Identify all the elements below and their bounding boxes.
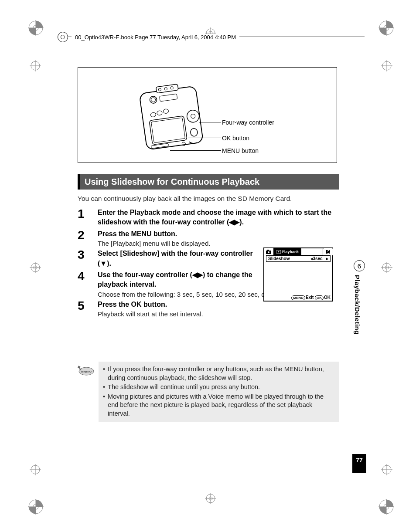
- step-number: 5: [78, 300, 98, 312]
- lcd-tab-setup: [323, 247, 333, 255]
- cross-tl2: [30, 60, 41, 71]
- lcd-tab-camera: [263, 247, 274, 255]
- side-tab: 6 Playback/Deleting: [354, 260, 365, 335]
- svg-marker-66: [278, 251, 280, 253]
- lcd-tab-playback: Playback: [274, 247, 301, 255]
- step-2: 2 Press the MENU button. The [Playback] …: [78, 229, 339, 247]
- camera-icon: [266, 250, 271, 254]
- cross-br2: [381, 464, 392, 475]
- section-heading: Using Slideshow for Continuous Playback: [78, 174, 339, 190]
- cross-bot: [205, 493, 216, 504]
- ok-pill: OK: [315, 295, 324, 300]
- reg-mark-br: [378, 499, 394, 515]
- step-title: Select [Slideshow] with the four-way con…: [98, 249, 255, 268]
- step-title: Press the MENU button.: [98, 229, 255, 239]
- svg-rect-46: [151, 118, 185, 143]
- lcd-exit-label: Exit: [306, 295, 314, 300]
- chapter-number: 6: [354, 260, 365, 271]
- step-5: 5 Press the OK button. Playback will sta…: [78, 300, 339, 318]
- step-title: Enter the Playback mode and choose the i…: [98, 208, 339, 227]
- step-desc: The [Playback] menu will be displayed.: [98, 240, 255, 247]
- step-number: 2: [78, 229, 98, 241]
- svg-text:memo: memo: [81, 369, 92, 373]
- leader-line: [188, 138, 221, 138]
- lcd-screen: Playback Slideshow ◂3sec ▸ MENUExit OKOK: [263, 247, 333, 302]
- camera-diagram: Four-way controller OK button MENU butto…: [78, 67, 337, 163]
- step-number: 3: [78, 249, 98, 261]
- setup-icon: [325, 250, 331, 254]
- memo-item: If you press the four-way controller or …: [103, 365, 335, 382]
- svg-point-64: [268, 251, 269, 253]
- callout-menu: MENU button: [222, 147, 259, 154]
- ring-icon: [58, 32, 68, 42]
- leader-line: [170, 150, 221, 151]
- lcd-menu-row: Slideshow ◂3sec ▸: [266, 255, 331, 262]
- step-number: 1: [78, 208, 98, 220]
- page-number: 77: [352, 454, 366, 473]
- svg-rect-71: [327, 252, 329, 253]
- section-intro: You can continuously play back all the i…: [78, 195, 339, 203]
- reg-mark-tl: [28, 20, 44, 36]
- memo-icon: memo: [78, 363, 95, 378]
- memo-block: memo If you press the four-way controlle…: [78, 362, 339, 422]
- step-1: 1 Enter the Playback mode and choose the…: [78, 208, 339, 227]
- chapter-label: Playback/Deleting: [354, 275, 361, 335]
- step-title: Use the four-way controller (◀▶) to chan…: [98, 270, 272, 290]
- page: 00_Optio43WR-E.book Page 77 Tuesday, Apr…: [0, 0, 416, 532]
- cross-bl2: [30, 464, 41, 475]
- running-head-text: 00_Optio43WR-E.book Page 77 Tuesday, Apr…: [72, 34, 239, 41]
- lcd-tab-label: Playback: [282, 250, 299, 254]
- callout-ok: OK button: [222, 135, 249, 142]
- memo-item: Moving pictures and pictures with a Voic…: [103, 393, 335, 418]
- callout-four-way: Four-way controller: [222, 119, 274, 126]
- cross-mid-r: [381, 262, 392, 273]
- svg-rect-63: [267, 250, 269, 251]
- memo-item: The slideshow will continue until you pr…: [103, 383, 335, 392]
- leader-line: [199, 122, 221, 122]
- step-number: 4: [78, 270, 98, 282]
- reg-mark-tr: [378, 20, 394, 36]
- menu-pill: MENU: [291, 295, 305, 300]
- step-desc: Playback will start at the set interval.: [98, 310, 339, 318]
- lcd-footer: MENUExit OKOK: [291, 295, 331, 300]
- menu-item-label: Slideshow: [268, 256, 290, 261]
- cross-mid-l: [30, 262, 41, 273]
- reg-mark-bl: [28, 499, 44, 515]
- cross-tr2: [381, 60, 392, 71]
- play-icon: [276, 250, 281, 254]
- camera-illustration: [130, 72, 217, 159]
- svg-rect-72: [328, 251, 330, 252]
- menu-item-value: 3sec: [313, 256, 322, 261]
- running-head: 00_Optio43WR-E.book Page 77 Tuesday, Apr…: [58, 32, 363, 42]
- lcd-ok-label: OK: [324, 295, 331, 300]
- svg-rect-70: [326, 251, 327, 251]
